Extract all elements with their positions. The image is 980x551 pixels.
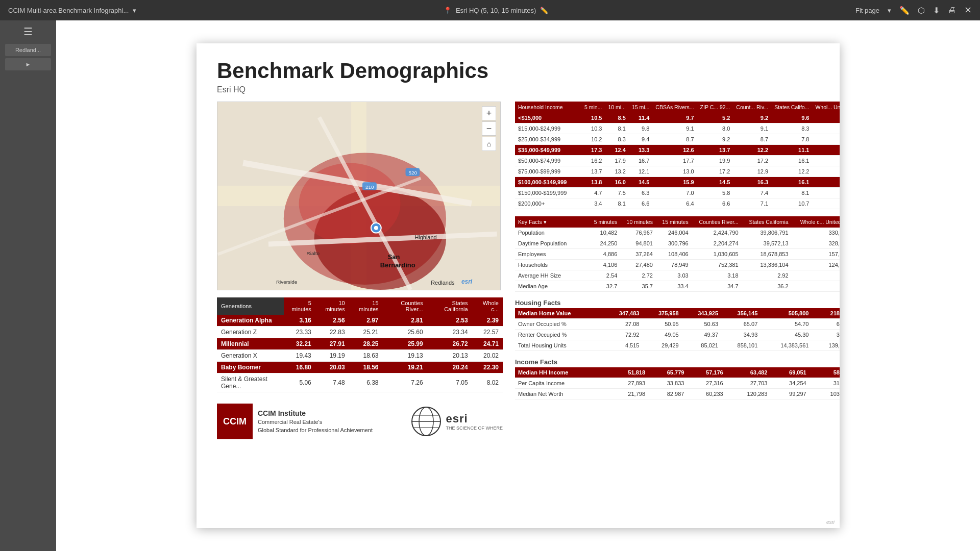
kf-row-val: 4,886 — [588, 249, 620, 260]
if-row-val: 82,987 — [648, 389, 687, 399]
fit-page-label[interactable]: Fit page — [855, 7, 879, 14]
top-bar-right: Fit page ▾ ✏️ ⬡ ⬇ 🖨 ✕ — [855, 5, 972, 16]
fit-dropdown-icon[interactable]: ▾ — [888, 7, 891, 14]
esri-watermark: esri — [826, 519, 835, 525]
gen-row-val: 22.57 — [472, 327, 503, 338]
gen-row-val: 19.19 — [315, 350, 349, 362]
hi-row-val: 8.1 — [605, 123, 628, 134]
hi-row-val: 13.2 — [605, 166, 628, 177]
hi-row-label: $15,000-$24,999 — [515, 123, 581, 134]
hi-row-val: 8.1 — [605, 198, 628, 209]
kf-row-val: 37,264 — [620, 249, 656, 260]
zoom-in-button[interactable]: + — [482, 106, 496, 120]
hi-row-val: 14.4 — [812, 177, 840, 188]
sidebar-btn-redland[interactable]: Redland... — [5, 44, 51, 56]
hf-row-label: Median Home Value — [515, 308, 603, 319]
gen-row-val: 7.48 — [315, 373, 349, 392]
hi-row-val: 15.9 — [652, 177, 697, 188]
kf-row-val: 24,250 — [588, 238, 620, 249]
hi-row-val: 12.2 — [771, 166, 812, 177]
svg-text:Bernardino: Bernardino — [380, 261, 415, 269]
menu-icon[interactable]: ☰ — [23, 26, 33, 38]
hi-row-val: 8.3 — [605, 134, 628, 145]
dropdown-arrow-icon[interactable]: ▾ — [133, 7, 136, 14]
hf-row-val: 63.06 — [812, 319, 840, 330]
hf-row-val: 375,958 — [642, 308, 681, 319]
hi-row-val: 13.7 — [697, 145, 733, 156]
if-row-val: 51,818 — [609, 367, 648, 378]
gen-col-header-label: Generations — [217, 297, 284, 315]
hi-row-val: 16.1 — [771, 177, 812, 188]
print-icon[interactable]: 🖨 — [948, 6, 956, 15]
hi-row-label: $35,000-$49,999 — [515, 145, 581, 156]
income-facts-section: Income Facts Median HH Income51,81865,77… — [515, 358, 840, 399]
hi-row-val: 7.4 — [733, 188, 771, 198]
esri-tagline: THE SCIENCE OF WHERE — [446, 425, 503, 431]
if-row-val: 27,893 — [609, 378, 648, 389]
ccim-box: CCIM — [217, 404, 253, 439]
kf-row-label: Average HH Size — [515, 270, 588, 281]
sidebar-btn-expand[interactable]: ► — [5, 58, 51, 70]
gen-row-val: 25.99 — [383, 338, 427, 350]
kf-row-val: 3.18 — [692, 270, 742, 281]
kf-15min: 15 minutes — [656, 216, 692, 228]
hi-row-val: 16.3 — [733, 177, 771, 188]
hi-state: States Califo... — [771, 102, 812, 113]
gen-col-whole: Whole c... — [472, 297, 503, 315]
zoom-out-button[interactable]: − — [482, 121, 496, 136]
hi-county: Count... Riv... — [733, 102, 771, 113]
gen-row-val: 20.02 — [472, 350, 503, 362]
if-row-val: 120,283 — [726, 389, 771, 399]
if-row-val: 63,482 — [726, 367, 771, 378]
kf-row-val: 1,030,605 — [692, 249, 742, 260]
hi-row-val: 12.8 — [812, 145, 840, 156]
hi-row-val: 7.8 — [771, 134, 812, 145]
share-icon[interactable]: ⬡ — [918, 6, 925, 15]
hi-row-val: 10.5 — [581, 113, 605, 123]
map-container: Highland San Bernardino Rialto Loma Lind… — [217, 102, 501, 290]
hi-row-val: 5.2 — [697, 113, 733, 123]
hf-row-label: Owner Occupied % — [515, 319, 603, 330]
svg-text:San: San — [388, 253, 400, 261]
hi-row-val: 8.7 — [652, 134, 697, 145]
household-income-section: Household Income 5 min... 10 mi... 15 mi… — [515, 102, 840, 209]
esri-brand: esri — [446, 412, 503, 425]
if-row-label: Median HH Income — [515, 367, 609, 378]
home-button[interactable]: ⌂ — [482, 137, 496, 151]
kf-row-val: 330,08... — [792, 228, 840, 238]
download-icon[interactable]: ⬇ — [933, 6, 940, 15]
if-row-val: 21,798 — [609, 389, 648, 399]
kf-row-val: 2.59 — [792, 270, 840, 281]
gen-row-val: 19.21 — [383, 362, 427, 373]
svg-text:520: 520 — [408, 170, 417, 176]
gen-row-val: 25.21 — [349, 327, 383, 338]
hi-row-val: 9.1 — [733, 123, 771, 134]
kf-row-val: 36.2 — [742, 281, 792, 292]
page-subtitle: Esri HQ — [217, 85, 819, 94]
hf-row-val: 858,101 — [721, 340, 761, 351]
pencil-icon[interactable]: ✏️ — [899, 6, 910, 15]
gen-row-val: 23.33 — [284, 327, 315, 338]
hi-whole: Whol... Unite... — [812, 102, 840, 113]
hi-row-val: 12.9 — [733, 166, 771, 177]
hi-5min: 5 min... — [581, 102, 605, 113]
key-facts-section: Key Facts ▾ 5 minutes 10 minutes 15 minu… — [515, 216, 840, 292]
hi-row-val: 16.1 — [771, 156, 812, 166]
hi-row-val: 13.8 — [581, 177, 605, 188]
kf-row-val: 246,004 — [656, 228, 692, 238]
hi-row-val: 3.4 — [581, 198, 605, 209]
gen-row-label: Generation Z — [217, 327, 284, 338]
kf-dropdown[interactable]: ▾ — [544, 219, 547, 225]
hf-row-val: 27.08 — [603, 319, 642, 330]
hi-row-val: 11.1 — [812, 113, 840, 123]
map-controls: + − ⌂ — [482, 106, 496, 151]
gen-row-val: 20.03 — [315, 362, 349, 373]
kf-county: Counties River... — [692, 216, 742, 228]
hi-row-val: 10.3 — [581, 123, 605, 134]
close-icon[interactable]: ✕ — [964, 5, 972, 16]
hf-row-label: Renter Occupied % — [515, 330, 603, 340]
hf-row-val: 139,82... — [812, 340, 840, 351]
edit-location-icon[interactable]: ✏️ — [540, 7, 548, 14]
gen-row-val: 2.53 — [427, 315, 472, 327]
if-row-val: 27,703 — [726, 378, 771, 389]
